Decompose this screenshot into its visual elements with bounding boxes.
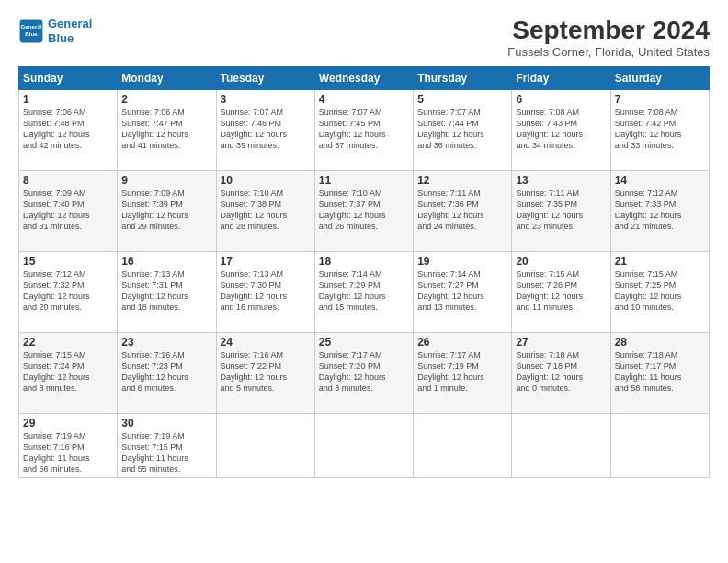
col-monday: Monday [118,66,216,89]
calendar: Sunday Monday Tuesday Wednesday Thursday… [18,66,710,479]
col-wednesday: Wednesday [314,66,413,89]
table-row: 20Sunrise: 7:15 AM Sunset: 7:26 PM Dayli… [512,251,610,332]
day-number: 8 [23,174,113,187]
table-row: 5Sunrise: 7:07 AM Sunset: 7:44 PM Daylig… [414,89,512,170]
day-info: Sunrise: 7:16 AM Sunset: 7:22 PM Dayligh… [221,350,311,395]
day-info: Sunrise: 7:17 AM Sunset: 7:19 PM Dayligh… [417,350,507,395]
day-number: 24 [221,336,311,349]
day-number: 21 [615,255,705,268]
table-row [314,413,413,478]
table-row: 6Sunrise: 7:08 AM Sunset: 7:43 PM Daylig… [512,89,610,170]
day-number: 6 [516,93,606,106]
table-row: 23Sunrise: 7:16 AM Sunset: 7:23 PM Dayli… [118,332,216,413]
day-info: Sunrise: 7:13 AM Sunset: 7:31 PM Dayligh… [121,269,211,314]
table-row: 22Sunrise: 7:15 AM Sunset: 7:24 PM Dayli… [19,332,118,413]
day-number: 11 [319,174,409,187]
day-number: 19 [417,255,507,268]
table-row [414,413,512,478]
svg-text:Blue: Blue [25,29,38,36]
day-number: 10 [221,174,311,187]
day-number: 26 [417,336,507,349]
table-row: 1Sunrise: 7:06 AM Sunset: 7:48 PM Daylig… [19,89,118,170]
logo-text: General Blue [48,17,92,45]
page: General Blue General Blue September 2024… [0,0,728,563]
table-row [512,413,610,478]
day-number: 2 [121,93,211,106]
table-row: 14Sunrise: 7:12 AM Sunset: 7:33 PM Dayli… [610,170,709,251]
day-info: Sunrise: 7:17 AM Sunset: 7:20 PM Dayligh… [319,350,409,395]
col-sunday: Sunday [19,66,118,89]
col-tuesday: Tuesday [216,66,314,89]
table-row: 28Sunrise: 7:18 AM Sunset: 7:17 PM Dayli… [610,332,709,413]
day-info: Sunrise: 7:16 AM Sunset: 7:23 PM Dayligh… [121,350,211,395]
day-number: 29 [23,417,113,430]
table-row: 18Sunrise: 7:14 AM Sunset: 7:29 PM Dayli… [314,251,413,332]
logo-icon: General Blue [18,18,44,44]
day-number: 12 [417,174,507,187]
day-number: 15 [23,255,113,268]
day-info: Sunrise: 7:07 AM Sunset: 7:46 PM Dayligh… [221,107,311,152]
day-number: 14 [615,174,705,187]
logo: General Blue General Blue [18,17,92,45]
table-row [216,413,314,478]
day-number: 28 [615,336,705,349]
table-row: 15Sunrise: 7:12 AM Sunset: 7:32 PM Dayli… [19,251,118,332]
table-row: 24Sunrise: 7:16 AM Sunset: 7:22 PM Dayli… [216,332,314,413]
col-saturday: Saturday [610,66,709,89]
table-row: 9Sunrise: 7:09 AM Sunset: 7:39 PM Daylig… [118,170,216,251]
table-row: 16Sunrise: 7:13 AM Sunset: 7:31 PM Dayli… [118,251,216,332]
table-row: 4Sunrise: 7:07 AM Sunset: 7:45 PM Daylig… [314,89,413,170]
col-thursday: Thursday [414,66,512,89]
day-number: 9 [121,174,211,187]
table-row: 30Sunrise: 7:19 AM Sunset: 7:15 PM Dayli… [118,413,216,478]
day-info: Sunrise: 7:08 AM Sunset: 7:42 PM Dayligh… [615,107,705,152]
month-title: September 2024 [507,17,710,45]
day-info: Sunrise: 7:15 AM Sunset: 7:25 PM Dayligh… [615,269,705,314]
day-number: 16 [121,255,211,268]
table-row: 10Sunrise: 7:10 AM Sunset: 7:38 PM Dayli… [216,170,314,251]
table-row: 7Sunrise: 7:08 AM Sunset: 7:42 PM Daylig… [610,89,709,170]
table-row: 17Sunrise: 7:13 AM Sunset: 7:30 PM Dayli… [216,251,314,332]
day-info: Sunrise: 7:14 AM Sunset: 7:29 PM Dayligh… [319,269,409,314]
day-number: 27 [516,336,606,349]
day-number: 17 [221,255,311,268]
day-number: 7 [615,93,705,106]
day-info: Sunrise: 7:11 AM Sunset: 7:35 PM Dayligh… [516,188,606,233]
table-row: 21Sunrise: 7:15 AM Sunset: 7:25 PM Dayli… [610,251,709,332]
day-info: Sunrise: 7:10 AM Sunset: 7:38 PM Dayligh… [221,188,311,233]
calendar-header-row: Sunday Monday Tuesday Wednesday Thursday… [19,66,710,89]
col-friday: Friday [512,66,610,89]
table-row: 12Sunrise: 7:11 AM Sunset: 7:36 PM Dayli… [414,170,512,251]
day-number: 5 [417,93,507,106]
day-info: Sunrise: 7:10 AM Sunset: 7:37 PM Dayligh… [319,188,409,233]
day-info: Sunrise: 7:19 AM Sunset: 7:15 PM Dayligh… [121,431,211,476]
day-info: Sunrise: 7:09 AM Sunset: 7:40 PM Dayligh… [23,188,113,233]
day-number: 22 [23,336,113,349]
table-row: 29Sunrise: 7:19 AM Sunset: 7:16 PM Dayli… [19,413,118,478]
table-row: 19Sunrise: 7:14 AM Sunset: 7:27 PM Dayli… [414,251,512,332]
day-info: Sunrise: 7:19 AM Sunset: 7:16 PM Dayligh… [23,431,113,476]
table-row [610,413,709,478]
table-row: 27Sunrise: 7:18 AM Sunset: 7:18 PM Dayli… [512,332,610,413]
table-row: 8Sunrise: 7:09 AM Sunset: 7:40 PM Daylig… [19,170,118,251]
day-info: Sunrise: 7:06 AM Sunset: 7:47 PM Dayligh… [121,107,211,152]
day-info: Sunrise: 7:08 AM Sunset: 7:43 PM Dayligh… [516,107,606,152]
day-info: Sunrise: 7:07 AM Sunset: 7:44 PM Dayligh… [417,107,507,152]
location: Fussels Corner, Florida, United States [507,45,710,59]
table-row: 26Sunrise: 7:17 AM Sunset: 7:19 PM Dayli… [414,332,512,413]
logo-line1: General [48,17,92,30]
day-info: Sunrise: 7:14 AM Sunset: 7:27 PM Dayligh… [417,269,507,314]
day-info: Sunrise: 7:12 AM Sunset: 7:32 PM Dayligh… [23,269,113,314]
day-number: 23 [121,336,211,349]
title-block: September 2024 Fussels Corner, Florida, … [507,17,710,59]
table-row: 25Sunrise: 7:17 AM Sunset: 7:20 PM Dayli… [314,332,413,413]
header: General Blue General Blue September 2024… [18,17,710,59]
day-info: Sunrise: 7:12 AM Sunset: 7:33 PM Dayligh… [615,188,705,233]
table-row: 3Sunrise: 7:07 AM Sunset: 7:46 PM Daylig… [216,89,314,170]
day-info: Sunrise: 7:13 AM Sunset: 7:30 PM Dayligh… [221,269,311,314]
table-row: 13Sunrise: 7:11 AM Sunset: 7:35 PM Dayli… [512,170,610,251]
day-number: 13 [516,174,606,187]
day-info: Sunrise: 7:15 AM Sunset: 7:26 PM Dayligh… [516,269,606,314]
day-info: Sunrise: 7:18 AM Sunset: 7:18 PM Dayligh… [516,350,606,395]
day-info: Sunrise: 7:06 AM Sunset: 7:48 PM Dayligh… [23,107,113,152]
